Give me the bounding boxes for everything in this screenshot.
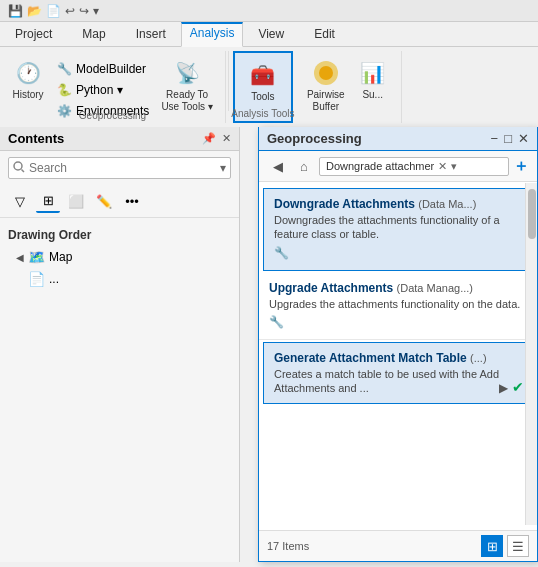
table-button[interactable]: ⊞ [36,189,60,213]
tab-edit[interactable]: Edit [299,22,350,46]
contents-title: Contents [8,131,64,146]
environments-icon: ⚙️ [56,103,72,119]
tab-project[interactable]: Project [0,22,67,46]
result-3-arrow-icon: ▶ [499,381,508,395]
edit-button[interactable]: ✏️ [92,189,116,213]
geo-search-tag: Downgrade attachmer ✕ ▾ [319,157,509,176]
result-1-title: Downgrade Attachments [274,197,415,211]
map-tree-item[interactable]: ◀ 🗺️ Map [0,246,239,268]
ribbon-content: 🕐 History 🔧 ModelBuilder 🐍 Python ▾ ⚙️ E… [0,47,538,127]
geo-results-list: Downgrade Attachments (Data Ma...) Downg… [259,182,537,530]
contents-toolbar: ▽ ⊞ ⬜ ✏️ ••• [0,185,239,218]
more-icon[interactable]: ▾ [93,4,99,18]
ready-to-use-icon: 📡 [171,57,203,89]
geo-panel-header: Geoprocessing − □ ✕ [259,127,537,151]
result-1-desc: Downgrades the attachments functionality… [274,213,522,242]
python-label: Python [76,83,113,97]
tools-icon: 🧰 [247,59,279,91]
main-area: Contents 📌 ✕ ▾ ▽ ⊞ ⬜ ✏️ ••• Drawing Orde… [0,127,538,562]
modelbuilder-button[interactable]: 🔧 ModelBuilder [52,59,153,79]
new-icon[interactable]: 📄 [46,4,61,18]
tab-analysis[interactable]: Analysis [181,22,244,47]
map-icon: 🗺️ [28,249,45,265]
geo-scrollbar-thumb[interactable] [528,189,536,239]
pairwise-buffer-button[interactable]: PairwiseBuffer [303,55,349,115]
geo-restore-icon[interactable]: □ [504,131,512,146]
modelbuilder-label: ModelBuilder [76,62,146,76]
result-generate-match[interactable]: Generate Attachment Match Table (...) Cr… [263,342,533,405]
result-3-desc: Creates a match table to be used with th… [274,367,522,396]
geo-add-icon[interactable]: ＋ [513,156,529,177]
result-downgrade-attachments[interactable]: Downgrade Attachments (Data Ma...) Downg… [263,188,533,271]
geo-nav-bar: ◀ ⌂ Downgrade attachmer ✕ ▾ ＋ [259,151,537,182]
quick-access-bar: 💾 📂 📄 ↩ ↪ ▾ [0,0,538,22]
result-3-title: Generate Attachment Match Table [274,351,467,365]
contents-panel: Contents 📌 ✕ ▾ ▽ ⊞ ⬜ ✏️ ••• Drawing Orde… [0,127,240,562]
result-1-tag: (Data Ma...) [418,198,476,210]
ready-to-use-button[interactable]: 📡 Ready ToUse Tools ▾ [157,55,217,115]
layers-button[interactable]: ⬜ [64,189,88,213]
list-view-button[interactable]: ☰ [507,535,529,557]
contents-close-icon[interactable]: ✕ [222,132,231,145]
result-3-tag: (...) [470,352,487,364]
pin-icon[interactable]: 📌 [202,132,216,145]
contents-panel-controls: 📌 ✕ [202,132,231,145]
geo-footer: 17 Items ⊞ ☰ [259,530,537,561]
svg-line-3 [22,169,25,172]
geo-tag-text: Downgrade attachmer [326,160,434,172]
result-2-icon: 🔧 [269,315,285,331]
open-icon[interactable]: 📂 [27,4,42,18]
python-icon: 🐍 [56,82,72,98]
search-input[interactable] [29,158,216,178]
svg-point-2 [14,162,22,170]
geo-close-icon[interactable]: ✕ [518,131,529,146]
python-dropdown-icon: ▾ [117,83,123,97]
geo-view-toggles: ⊞ ☰ [481,535,529,557]
filter-button[interactable]: ▽ [8,189,32,213]
geo-panel-title: Geoprocessing [267,131,362,146]
tab-view[interactable]: View [243,22,299,46]
geo-back-icon[interactable]: ◀ [267,155,289,177]
geo-header-controls: − □ ✕ [491,131,529,146]
geo-home-icon[interactable]: ⌂ [293,155,315,177]
search-dropdown-icon[interactable]: ▾ [216,161,230,175]
result-upgrade-attachments[interactable]: Upgrade Attachments (Data Manag...) Upgr… [259,273,537,340]
modelbuilder-icon: 🔧 [56,61,72,77]
grid-view-button[interactable]: ⊞ [481,535,503,557]
result-2-desc: Upgrades the attachments functionality o… [269,297,527,311]
geo-minimize-icon[interactable]: − [491,131,499,146]
summarize-icon: 📊 [357,57,389,89]
python-button[interactable]: 🐍 Python ▾ [52,80,153,100]
ready-to-use-label: Ready ToUse Tools ▾ [161,89,213,113]
pairwise-buffer-label: PairwiseBuffer [307,89,345,113]
map-label: Map [49,250,72,264]
geoprocessing-group: 🕐 History 🔧 ModelBuilder 🐍 Python ▾ ⚙️ E… [0,51,226,123]
geoprocessing-group-label: Geoprocessing [79,110,146,121]
tab-insert[interactable]: Insert [121,22,181,46]
drawing-order-header: Drawing Order [0,224,239,246]
contents-panel-header: Contents 📌 ✕ [0,127,239,151]
ribbon-tabs: Project Map Insert Analysis View Edit [0,22,538,47]
save-icon[interactable]: 💾 [8,4,23,18]
analysis-tools-group: PairwiseBuffer 📊 Su... [295,51,402,123]
tools-label: Tools [251,91,274,103]
undo-icon[interactable]: ↩ [65,4,75,18]
geo-tag-dropdown-icon[interactable]: ▾ [451,160,457,173]
search-icon [9,161,29,176]
tools-button[interactable]: 🧰 Tools [243,57,283,105]
more-toolbar-button[interactable]: ••• [120,189,144,213]
geo-scrollbar[interactable] [525,183,537,525]
geo-tag-close-icon[interactable]: ✕ [438,160,447,173]
history-button[interactable]: 🕐 History [8,55,48,103]
summarize-button[interactable]: 📊 Su... [353,55,393,103]
redo-icon[interactable]: ↪ [79,4,89,18]
result-2-title: Upgrade Attachments [269,281,393,295]
sub-tree-item[interactable]: 📄 ... [0,268,239,290]
history-label: History [12,89,43,101]
geoprocessing-panel: Geoprocessing − □ ✕ ◀ ⌂ Downgrade attach… [258,127,538,562]
tab-map[interactable]: Map [67,22,120,46]
pairwise-buffer-icon [310,57,342,89]
sublayer-icon: 📄 [28,271,45,287]
summarize-label: Su... [362,89,383,101]
geo-items-count: 17 Items [267,540,309,552]
